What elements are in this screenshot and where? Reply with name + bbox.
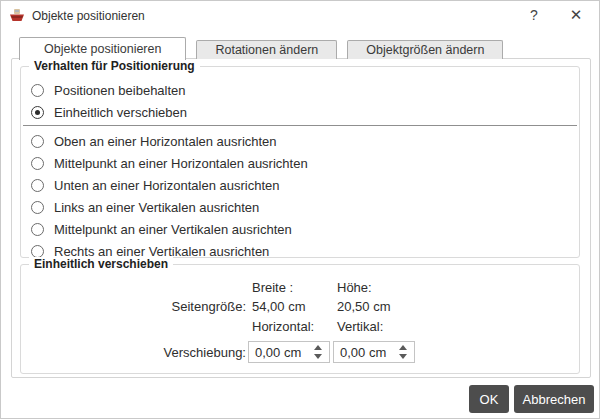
radio-option-einheitlich-verschieben[interactable]: Einheitlich verschieben xyxy=(31,101,569,123)
radio-icon xyxy=(31,223,44,236)
spinner-arrows xyxy=(399,345,414,359)
vertical-header: Vertikal: xyxy=(337,319,383,334)
spin-up-icon[interactable] xyxy=(399,345,407,350)
horizontal-shift-value[interactable]: 0,00 cm xyxy=(249,345,314,360)
radio-option-positionen-beibehalten[interactable]: Positionen beibehalten xyxy=(31,79,569,101)
vertical-shift-value[interactable]: 0,00 cm xyxy=(334,345,399,360)
spin-down-icon[interactable] xyxy=(314,354,322,359)
radio-icon xyxy=(31,135,44,148)
radio-option-unten-horizontale[interactable]: Unten an einer Horizontalen ausrichten xyxy=(31,174,569,196)
options-divider xyxy=(23,125,577,126)
radio-option-links-vertikale[interactable]: Links an einer Vertikalen ausrichten xyxy=(31,196,569,218)
tab-objektgroessen-aendern[interactable]: Objektgrößen ändern xyxy=(347,40,503,59)
positioning-behavior-group: Verhalten für Positionierung Positionen … xyxy=(20,66,580,258)
title-bar: Objekte positionieren ? ✕ xyxy=(1,1,599,31)
radio-icon xyxy=(31,179,44,192)
shift-label: Verschiebung: xyxy=(136,345,246,360)
page-width-value: 54,00 cm xyxy=(252,299,305,314)
positioning-options: Positionen beibehalten Einheitlich versc… xyxy=(31,79,569,262)
page-size-label: Seitengröße: xyxy=(136,299,246,314)
shift-group-title: Einheitlich verschieben xyxy=(29,257,173,271)
cancel-button[interactable]: Abbrechen xyxy=(514,385,594,413)
page-height-value: 20,50 cm xyxy=(337,299,390,314)
app-icon xyxy=(9,8,25,24)
close-icon[interactable]: ✕ xyxy=(559,1,593,29)
height-header: Höhe: xyxy=(337,280,372,295)
radio-option-oben-horizontale[interactable]: Oben an einer Horizontalen ausrichten xyxy=(31,130,569,152)
help-icon[interactable]: ? xyxy=(517,1,551,29)
horizontal-shift-spinner[interactable]: 0,00 cm xyxy=(248,341,330,363)
vertical-shift-spinner[interactable]: 0,00 cm xyxy=(333,341,415,363)
tab-content-panel: Verhalten für Positionierung Positionen … xyxy=(11,58,591,378)
width-header: Breite : xyxy=(252,280,293,295)
window-title: Objekte positionieren xyxy=(32,9,145,23)
radio-icon xyxy=(31,157,44,170)
radio-icon xyxy=(31,84,44,97)
tab-rotationen-aendern[interactable]: Rotationen ändern xyxy=(196,40,337,59)
radio-icon xyxy=(31,201,44,214)
radio-option-mittelpunkt-vertikale[interactable]: Mittelpunkt an einer Vertikalen ausricht… xyxy=(31,218,569,240)
uniform-shift-group: Einheitlich verschieben Breite : Höhe: S… xyxy=(20,264,580,374)
radio-option-mittelpunkt-horizontale[interactable]: Mittelpunkt an einer Horizontalen ausric… xyxy=(31,152,569,174)
spin-up-icon[interactable] xyxy=(314,345,322,350)
radio-icon-selected xyxy=(31,106,44,119)
tab-bar: Objekte positionieren Rotationen ändern … xyxy=(19,37,513,59)
objekte-positionieren-dialog: Objekte positionieren ? ✕ Objekte positi… xyxy=(0,0,600,419)
spinner-arrows xyxy=(314,345,329,359)
positioning-group-title: Verhalten für Positionierung xyxy=(29,59,200,73)
tab-objekte-positionieren[interactable]: Objekte positionieren xyxy=(19,37,186,60)
spin-down-icon[interactable] xyxy=(399,354,407,359)
radio-icon xyxy=(31,245,44,258)
horizontal-header: Horizontal: xyxy=(252,319,314,334)
ok-button[interactable]: OK xyxy=(469,385,509,413)
